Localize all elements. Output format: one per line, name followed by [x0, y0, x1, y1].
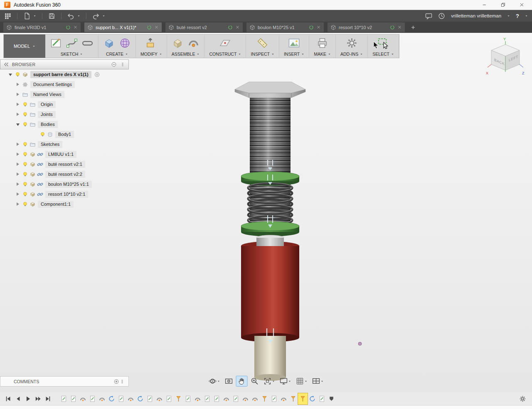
workspace-switcher[interactable]: MODEL	[4, 34, 45, 58]
slot-button[interactable]	[81, 37, 94, 51]
document-tab[interactable]: buté ressort v2	[165, 22, 243, 32]
user-menu[interactable]: vrilletteman vrilletteman	[451, 13, 501, 18]
ribbon-group-dropdown[interactable]: CONSTRUCT	[209, 51, 241, 57]
step-forward-button[interactable]	[33, 394, 42, 404]
insert-image-button[interactable]	[288, 37, 300, 51]
spline-button[interactable]	[66, 37, 78, 51]
make-print-button[interactable]	[316, 37, 328, 51]
viewcube[interactable]: Y BACK LEFT X Z	[485, 36, 525, 76]
timeline-feature-joint[interactable]	[155, 393, 164, 404]
timeline-feature-sketch[interactable]	[145, 393, 155, 404]
timeline-feature-sketch[interactable]	[59, 393, 69, 404]
comments-bar[interactable]: COMMENTS	[0, 376, 129, 387]
ribbon-group-dropdown[interactable]: MAKE	[314, 51, 331, 57]
measure-button[interactable]	[256, 37, 268, 51]
timeline-settings-icon[interactable]	[519, 395, 526, 402]
bulb-icon[interactable]	[22, 191, 28, 197]
form-button[interactable]	[119, 37, 131, 51]
bulb-icon[interactable]	[22, 111, 28, 118]
browser-item[interactable]: LM8UU v1:1	[0, 149, 129, 159]
bulb-icon[interactable]	[22, 171, 28, 177]
timeline-feature-joint[interactable]	[222, 393, 231, 404]
bulb-icon[interactable]	[22, 151, 28, 158]
bulb-icon[interactable]	[22, 181, 28, 187]
timeline-feature-origin[interactable]	[298, 393, 308, 404]
app-grid-icon[interactable]	[4, 12, 11, 20]
new-tab-button[interactable]	[409, 23, 418, 32]
browser-item[interactable]: ressort 10*10 v2:1	[0, 189, 129, 199]
sync-status-icon[interactable]	[147, 25, 152, 30]
browser-item[interactable]: Origin	[0, 99, 129, 109]
ribbon-group-dropdown[interactable]: SELECT	[372, 51, 394, 57]
close-x-icon[interactable]	[397, 25, 402, 30]
add-comment-icon[interactable]	[113, 379, 119, 384]
timeline-feature-joint[interactable]	[241, 393, 250, 404]
timeline-feature-sketch[interactable]	[231, 393, 241, 404]
create-sketch-button[interactable]	[50, 37, 62, 51]
browser-item[interactable]: boulon M10*25 v1:1	[0, 179, 129, 189]
timeline-feature-sketch[interactable]	[116, 393, 126, 404]
timeline-feature-sketch[interactable]	[212, 393, 222, 404]
timeline-feature-sketch[interactable]	[88, 393, 97, 404]
browser-item[interactable]: Sketches	[0, 139, 129, 149]
timeline-feature-joint[interactable]	[193, 393, 202, 404]
timeline-feature-sketch[interactable]	[317, 393, 327, 404]
save-icon[interactable]	[48, 12, 55, 20]
close-icon[interactable]	[519, 2, 525, 7]
undo-caret-icon[interactable]	[77, 15, 80, 17]
close-x-icon[interactable]	[154, 25, 159, 30]
help-menu[interactable]: ?	[516, 13, 519, 19]
timeline-feature-sketch[interactable]	[269, 393, 279, 404]
document-tab[interactable]: ressort 10*10 v2	[328, 22, 405, 32]
browser-item[interactable]: buté ressort v2:1	[0, 159, 129, 169]
expand-icon[interactable]	[16, 192, 20, 197]
expand-icon[interactable]	[16, 102, 20, 107]
zoom-button[interactable]	[249, 376, 261, 387]
timeline-feature-sketch[interactable]	[183, 393, 193, 404]
browser-root-item[interactable]: support barre des X v1(1)	[0, 69, 129, 79]
redo-caret-icon[interactable]	[102, 15, 105, 17]
panel-grip-icon[interactable]	[120, 62, 126, 67]
expand-icon[interactable]	[16, 172, 20, 177]
document-tab[interactable]: finale VRI3D v1	[3, 22, 81, 32]
play-button[interactable]	[23, 394, 32, 404]
go-to-start-button[interactable]	[3, 394, 12, 404]
browser-item[interactable]: Joints	[0, 109, 129, 119]
construct-plane-button[interactable]	[219, 37, 231, 51]
ribbon-group-dropdown[interactable]: INSERT	[284, 51, 304, 57]
bolt-head[interactable]	[235, 82, 305, 98]
timeline-feature-joint[interactable]	[97, 393, 107, 404]
look-at-button[interactable]	[223, 376, 235, 387]
spring-stop-lower[interactable]	[241, 222, 299, 237]
ribbon-group-dropdown[interactable]: ASSEMBLE	[172, 51, 200, 57]
fit-button[interactable]	[262, 376, 277, 387]
go-to-end-button[interactable]	[43, 394, 52, 404]
timeline-feature-origin[interactable]	[288, 393, 298, 404]
press-pull-button[interactable]	[145, 37, 157, 51]
collapse-panel-icon[interactable]	[3, 62, 9, 67]
bulb-icon[interactable]	[39, 131, 46, 138]
step-back-button[interactable]	[13, 394, 22, 404]
display-settings-button[interactable]	[278, 376, 293, 387]
orbit-button[interactable]	[207, 376, 222, 387]
expand-icon[interactable]	[16, 202, 20, 207]
sync-status-icon[interactable]	[390, 25, 395, 30]
ribbon-group-dropdown[interactable]: MODIFY	[140, 51, 162, 57]
document-tab[interactable]: boulon M10*25 v1	[246, 22, 324, 32]
comments-grip-icon[interactable]	[119, 379, 125, 384]
browser-item[interactable]: Bodies	[0, 119, 129, 129]
ribbon-group-dropdown[interactable]: CREATE	[106, 51, 128, 57]
bulb-icon[interactable]	[22, 121, 28, 128]
timeline-feature-sketch[interactable]	[69, 393, 78, 404]
smooth-rod-collar[interactable]	[256, 235, 284, 246]
user-caret-icon[interactable]	[507, 15, 510, 17]
expand-icon[interactable]	[16, 112, 20, 117]
close-x-icon[interactable]	[73, 25, 78, 30]
viewports-button[interactable]	[310, 376, 325, 387]
browser-item[interactable]: Component1:1	[0, 199, 129, 209]
help-caret-icon[interactable]	[525, 15, 528, 17]
close-x-icon[interactable]	[235, 25, 240, 30]
close-x-icon[interactable]	[316, 25, 321, 30]
new-component-button[interactable]	[172, 37, 184, 51]
grid-and-snaps-button[interactable]	[294, 376, 309, 387]
